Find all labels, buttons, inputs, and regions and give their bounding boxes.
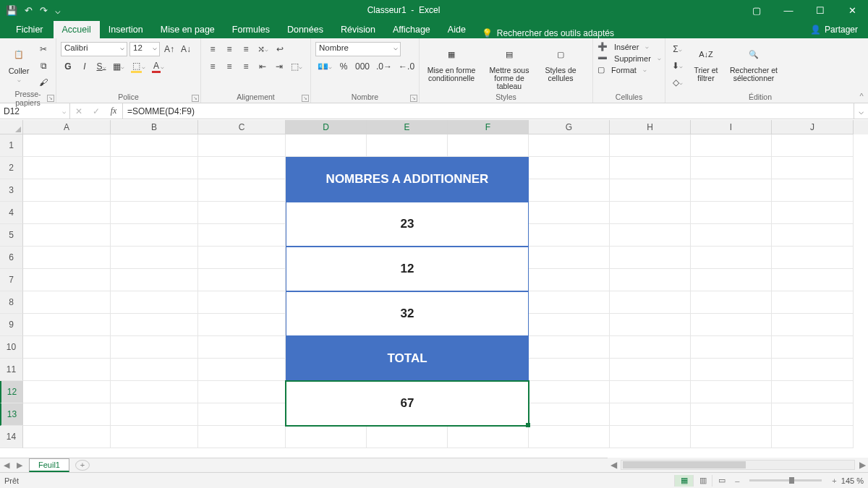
scroll-thumb[interactable] [623,461,746,468]
cell-B3[interactable] [111,179,198,202]
tab-view[interactable]: Affichage [384,21,439,38]
cell-J4[interactable] [772,202,854,224]
select-all-corner[interactable] [0,120,23,134]
cell-I12[interactable] [691,381,772,403]
cell-D13[interactable] [286,403,367,426]
cell-H2[interactable] [610,157,691,179]
cell-styles-button[interactable]: ▢ Styles de cellules [540,42,582,84]
cell-H5[interactable] [610,224,691,247]
cell-C3[interactable] [198,179,286,202]
zoom-slider[interactable] [749,479,822,481]
cell-J3[interactable] [772,179,854,202]
cell-I9[interactable] [691,314,772,336]
cell-A14[interactable] [23,426,111,448]
insert-cells-button[interactable]: ➕ Insérer ⌵ [597,42,649,51]
accounting-format-button[interactable]: 💶 [315,59,334,74]
row-header-5[interactable]: 5 [0,224,23,247]
cell-B5[interactable] [111,224,198,247]
cell-E1[interactable] [367,134,448,157]
scroll-left-button[interactable]: ◀ [608,460,619,470]
cell-A9[interactable] [23,314,111,336]
row-header-6[interactable]: 6 [0,247,23,269]
cell-D2[interactable] [286,157,367,179]
cell-G10[interactable] [529,336,610,359]
cell-G4[interactable] [529,202,610,224]
cell-G8[interactable] [529,291,610,314]
cell-B9[interactable] [111,314,198,336]
cell-D10[interactable] [286,336,367,359]
tab-data[interactable]: Données [278,21,332,38]
cell-H3[interactable] [610,179,691,202]
tab-insert[interactable]: Insertion [100,21,152,38]
cell-H6[interactable] [610,247,691,269]
fill-color-button[interactable]: ⬚ [129,59,148,74]
cell-J14[interactable] [772,426,854,448]
cell-I10[interactable] [691,336,772,359]
cell-B7[interactable] [111,269,198,291]
cell-I2[interactable] [691,157,772,179]
column-header-E[interactable]: E [367,120,448,134]
save-icon[interactable]: 💾 [6,5,17,16]
customize-qat-icon[interactable]: ⌵ [55,5,61,16]
sort-filter-button[interactable]: A↓Z Trier et filtrer [688,42,724,84]
cell-B6[interactable] [111,247,198,269]
cell-A11[interactable] [23,359,111,381]
cell-F7[interactable] [448,269,529,291]
cell-D4[interactable] [286,202,367,224]
cell-F10[interactable] [448,336,529,359]
cell-F8[interactable] [448,291,529,314]
cell-C10[interactable] [198,336,286,359]
paste-button[interactable]: 📋 Coller ⌵ [4,42,33,85]
undo-icon[interactable]: ↶ [25,5,33,16]
cell-G6[interactable] [529,247,610,269]
row-header-2[interactable]: 2 [0,157,23,179]
cell-F13[interactable] [448,403,529,426]
column-header-C[interactable]: C [198,120,286,134]
column-header-D[interactable]: D [286,120,367,134]
tab-home[interactable]: Accueil [54,21,100,38]
fill-button[interactable]: ⬇ [670,59,685,73]
align-bottom-button[interactable]: ≡ [239,42,253,56]
cell-C6[interactable] [198,247,286,269]
cell-J5[interactable] [772,224,854,247]
cell-J9[interactable] [772,314,854,336]
zoom-out-button[interactable]: – [735,476,739,485]
cell-H14[interactable] [610,426,691,448]
cell-G2[interactable] [529,157,610,179]
column-header-J[interactable]: J [772,120,854,134]
page-break-view-button[interactable]: ▭ [712,475,731,487]
number-format-select[interactable]: Nombre [315,42,401,56]
cell-E9[interactable] [367,314,448,336]
sheet-nav-next[interactable]: ▶ [13,461,26,470]
tell-me[interactable]: 💡 Rechercher des outils adaptés [475,28,621,38]
sheet-tab-1[interactable]: Feuil1 [29,458,69,472]
expand-formula-bar-button[interactable]: ⌵ [854,103,868,119]
cell-G11[interactable] [529,359,610,381]
cell-H12[interactable] [610,381,691,403]
cell-C8[interactable] [198,291,286,314]
share-button[interactable]: 👤 Partager [800,21,868,38]
cell-E4[interactable] [367,202,448,224]
column-header-B[interactable]: B [111,120,198,134]
cell-A3[interactable] [23,179,111,202]
cell-A4[interactable] [23,202,111,224]
cell-B11[interactable] [111,359,198,381]
tab-review[interactable]: Révision [332,21,384,38]
cell-G7[interactable] [529,269,610,291]
cell-J2[interactable] [772,157,854,179]
cell-F12[interactable] [448,381,529,403]
redo-icon[interactable]: ↷ [40,5,48,16]
decrease-decimal-button[interactable]: ←.0 [396,59,417,74]
autosum-button[interactable]: Σ [670,42,685,56]
collapse-ribbon-button[interactable]: ^ [855,38,868,103]
cell-E7[interactable] [367,269,448,291]
cell-A12[interactable] [23,381,111,403]
cell-H9[interactable] [610,314,691,336]
format-cells-button[interactable]: ▢ Format ⌵ [597,65,647,74]
align-center-button[interactable]: ≡ [222,59,237,74]
border-button[interactable]: ▦ [111,59,127,74]
underline-button[interactable]: S [94,59,109,74]
cell-F3[interactable] [448,179,529,202]
column-header-F[interactable]: F [448,120,529,134]
percent-button[interactable]: % [336,59,351,74]
